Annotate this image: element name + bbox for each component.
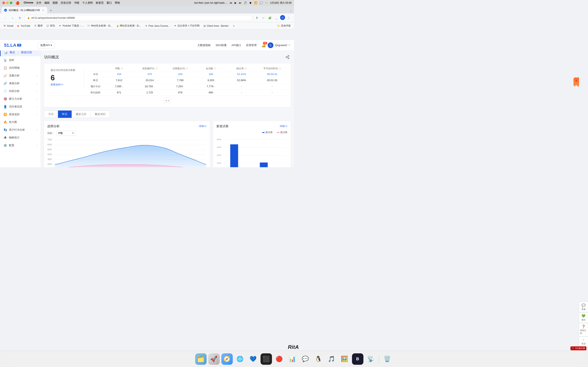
- new-tab-button[interactable]: +: [48, 8, 54, 13]
- nav-seo[interactable]: SEO权重: [216, 43, 226, 47]
- tab-favicon: 51: [4, 9, 7, 12]
- bookmark-client[interactable]: 🏢 Client Area - Benien: [201, 24, 230, 28]
- notification-button[interactable]: 🔔 25: [261, 43, 266, 48]
- col-header-uv: 访客数(UV) ⓘ: [165, 67, 196, 70]
- tabs-menu-icon[interactable]: ⋮: [290, 9, 292, 13]
- sidebar-item-heatmap[interactable]: 🔥 热力图: [0, 118, 41, 126]
- sidebar-item-visitor-info[interactable]: 👤 访问者信息 ›: [0, 103, 41, 110]
- bookmark-page-button[interactable]: ☆: [260, 15, 266, 21]
- new-visitor-detail-link[interactable]: 详情>>: [280, 125, 287, 128]
- wifi-icon[interactable]: 📶: [254, 1, 257, 4]
- bounce-info-icon[interactable]: ⓘ: [245, 67, 247, 70]
- active-tab[interactable]: 51 访问概况 - 51.LA网站统计V6 ✕: [2, 7, 47, 13]
- menu-file[interactable]: 文件: [36, 1, 42, 5]
- trend-detail-link[interactable]: 详情>>: [199, 125, 207, 128]
- address-bar: ‹ › ↻ 🔒 v6.51.la/report/overview?comId=1…: [0, 13, 294, 22]
- forecast-sessions: 7,779 ↓: [196, 85, 226, 88]
- trend-chart-title: 趋势分析: [47, 124, 60, 128]
- realtime-view-link[interactable]: 查看实时>>: [51, 83, 81, 86]
- ip-info-icon[interactable]: ⓘ: [121, 67, 123, 70]
- sessions-info-icon[interactable]: ⓘ: [214, 67, 216, 70]
- bookmark-java-label: Free Java Course...: [148, 25, 170, 27]
- bookmark-gmail[interactable]: M Gmail: [2, 24, 15, 28]
- nav-big-data[interactable]: 大数据指标: [198, 43, 211, 47]
- duration-info-icon[interactable]: ⓘ: [279, 67, 281, 70]
- sidebar-item-realtime[interactable]: 📡 实时: [0, 56, 41, 64]
- trend-chart-card: 趋势分析 详情>> 指标： IP数 浏览量(PV) 访客数(UV): [44, 121, 210, 167]
- bookmark-websec1[interactable]: 🛡 Web安全检测 - 在...: [86, 23, 114, 28]
- menu-history[interactable]: 历史记录: [61, 1, 71, 5]
- sidebar-item-spider[interactable]: 🕷️ 蜘蛛统计: [0, 134, 41, 142]
- share-page-button[interactable]: ⬆: [254, 15, 260, 21]
- tab-title: 访问概况 - 51.LA网站统计V6: [9, 8, 40, 12]
- apple-menu[interactable]: 🍎: [16, 1, 20, 5]
- menu-view[interactable]: 视图: [52, 1, 58, 5]
- collapse-button[interactable]: ⌄⌄: [164, 98, 171, 102]
- sidebar-toggle[interactable]: ⎯: [274, 15, 279, 21]
- col-header-label: [87, 67, 104, 70]
- extension-puzzle-icon[interactable]: 🧩: [267, 15, 273, 21]
- menu-edit[interactable]: 编辑: [44, 1, 50, 5]
- bookmark-gmail-label: Gmail: [7, 25, 13, 27]
- bookmark-backend[interactable]: ❤ 后台登录 < IT自学网: [172, 23, 201, 28]
- bookmark-translate[interactable]: G 翻译: [33, 23, 44, 28]
- daily-report-link[interactable]: 数据日报: [21, 50, 32, 54]
- tab-today[interactable]: 今日: [44, 110, 58, 118]
- sidebar-item-config[interactable]: ⚙️ 配置 ›: [0, 142, 41, 149]
- nav-apps[interactable]: 应用管理: [246, 43, 257, 47]
- chrome-menu-button[interactable]: ⋮: [286, 15, 292, 21]
- sidebar-item-behavior[interactable]: 👣 用户行为分析 ›: [0, 126, 41, 134]
- bookmark-java[interactable]: ☕ Free Java Course...: [143, 24, 172, 28]
- more-menu[interactable]: ⋯: [265, 1, 268, 4]
- tab-last30[interactable]: 最近30日: [91, 110, 110, 118]
- maximize-button[interactable]: [10, 2, 12, 4]
- free-api-button[interactable]: 免费API ▾: [38, 42, 55, 49]
- same-time-ip: 671: [104, 91, 134, 94]
- menu-profile[interactable]: 个人资料: [82, 1, 93, 5]
- sidebar-item-visit-detail[interactable]: 📋 访问明细: [0, 64, 41, 72]
- bookmark-ytdl[interactable]: ▼ Youtube 下载器：...: [57, 23, 85, 28]
- traffic-lights[interactable]: [2, 2, 12, 4]
- menu-tabs[interactable]: 标签页: [96, 1, 104, 5]
- bookmarks-bar: M Gmail ▶ YouTube G 翻译 💬 资讯 ▼ Youtube 下载…: [0, 22, 294, 29]
- sidebar-item-source[interactable]: 🔗 来路分析 ›: [0, 80, 41, 87]
- sidebar-item-traffic[interactable]: 📈 流量分析 ›: [0, 72, 41, 80]
- chrome-tabs-bar: 51 访问概况 - 51.LA网站统计V6 ✕ + ⋮: [0, 6, 294, 13]
- metric-select[interactable]: IP数 浏览量(PV) 访客数(UV): [56, 131, 76, 136]
- tab-last7[interactable]: 最近七日: [72, 110, 91, 118]
- share-button[interactable]: [284, 54, 291, 60]
- menu-chrome[interactable]: Chrome: [24, 1, 33, 5]
- media-prev[interactable]: ⏮: [230, 1, 232, 4]
- uv-info-icon[interactable]: ⓘ: [186, 67, 188, 70]
- minimize-button[interactable]: [6, 2, 9, 4]
- music-icon[interactable]: 🎵: [244, 1, 247, 4]
- wechat-menu[interactable]: 💬: [260, 1, 263, 4]
- back-button[interactable]: ‹: [2, 15, 8, 21]
- menu-bookmarks[interactable]: 书签: [74, 1, 79, 5]
- bookmark-youtube-label: YouTube: [21, 25, 30, 27]
- sidebar-item-content[interactable]: 📄 内容分析 ›: [0, 87, 41, 95]
- attraction-icon: 🎯: [3, 97, 7, 101]
- pv-info-icon[interactable]: ⓘ: [155, 67, 157, 70]
- sidebar-item-channel[interactable]: 🔀 渠道追踪 ›: [0, 110, 41, 118]
- media-play[interactable]: ▶: [234, 1, 236, 4]
- close-button[interactable]: [2, 2, 5, 4]
- screen-record[interactable]: ⏺: [249, 1, 252, 4]
- nav-api[interactable]: API接口: [232, 43, 241, 47]
- menu-window[interactable]: 窗口: [107, 1, 112, 5]
- bookmark-websec2[interactable]: 🔒 网站安全检测 - 在...: [114, 23, 143, 28]
- other-bookmarks-folder[interactable]: 📁 其他书签: [276, 23, 292, 28]
- sidebar-item-attraction[interactable]: 🎯 吸引力分析 ›: [0, 95, 41, 103]
- forward-button[interactable]: ›: [10, 15, 16, 21]
- address-input[interactable]: 🔒 v6.51.la/report/overview?comId=185860: [25, 15, 252, 21]
- bookmark-news[interactable]: 💬 资讯: [45, 23, 57, 28]
- profile-button[interactable]: Q: [280, 15, 285, 20]
- media-next[interactable]: ⏭: [239, 1, 241, 4]
- tab-yesterday[interactable]: 昨日: [58, 110, 72, 118]
- reload-button[interactable]: ↻: [17, 15, 23, 21]
- user-dropdown-arrow[interactable]: ▾: [289, 44, 290, 47]
- bookmarks-more[interactable]: »: [232, 24, 236, 28]
- bookmark-youtube[interactable]: ▶ YouTube: [15, 24, 32, 28]
- tab-close-button[interactable]: ✕: [42, 8, 45, 12]
- menu-help[interactable]: 帮助: [115, 1, 120, 5]
